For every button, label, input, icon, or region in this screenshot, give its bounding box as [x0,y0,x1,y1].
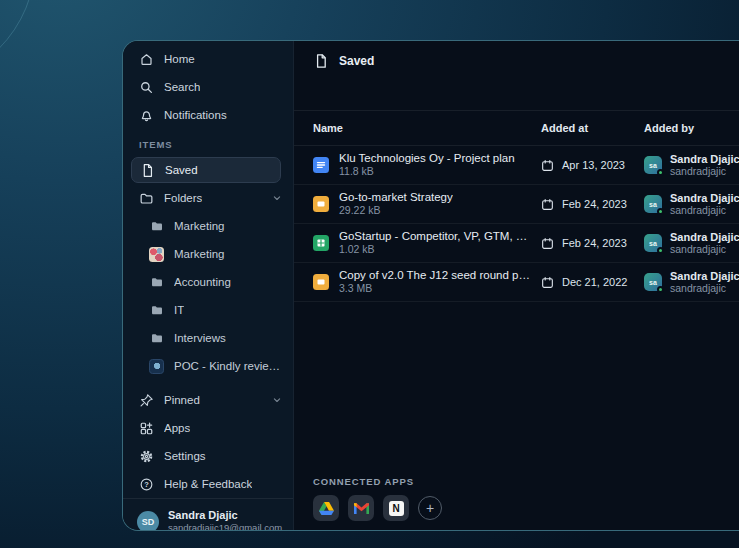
notion-app-button[interactable]: N [383,495,409,521]
added-by-cell: sa Sandra Djajic sandradjajic [644,192,739,217]
avatar: sa [644,273,662,291]
added-by-username: sandradjajic [670,243,739,256]
added-by-info: Sandra Djajic sandradjajic [670,270,739,295]
sidebar-item-folders[interactable]: Folders [123,184,293,212]
table-row[interactable]: Go-to-market Strategy 29.22 kB Feb 24, 2… [294,185,739,224]
added-by-info: Sandra Djajic sandradjajic [670,231,739,256]
file-icon [313,53,329,69]
sidebar-item-accounting[interactable]: Accounting [123,268,293,296]
added-by-cell: sa Sandra Djajic sandradjajic [644,231,739,256]
connected-apps-section: CONNECTED APPS N + [294,476,739,530]
sidebar-item-search[interactable]: Search [123,73,293,101]
sidebar-item-label: Help & Feedback [164,478,252,490]
google-sheets-icon [313,235,329,251]
sidebar-item-label: Settings [164,450,206,462]
document-info: Copy of v2.0 The J12 seed round pitch de… [339,269,531,295]
added-at-cell: Feb 24, 2023 [541,198,644,211]
presence-dot [657,208,664,215]
google-drive-app-button[interactable] [313,495,339,521]
gear-icon [139,449,154,464]
added-by-username: sandradjajic [670,282,739,295]
gmail-app-button[interactable] [348,495,374,521]
document-title: Go-to-market Strategy [339,191,453,204]
document-size: 1.02 kB [339,243,531,256]
apps-icon [139,421,154,436]
document-info: Go-to-market Strategy 29.22 kB [339,191,453,217]
document-title: GoStartup - Competitor, VP, GTM, Milesto… [339,230,531,243]
sidebar-item-pinned[interactable]: Pinned [123,386,293,414]
sidebar-item-label: Home [164,53,195,65]
added-at-date: Apr 13, 2023 [562,159,625,171]
home-icon [139,52,154,67]
column-header-added-by: Added by [644,122,739,134]
document-info: GoStartup - Competitor, VP, GTM, Milesto… [339,230,531,256]
svg-text:?: ? [144,480,149,489]
calendar-icon [541,198,554,211]
folder-icon [149,303,164,318]
app-window: Home Search Notifications ITEMS Saved [122,40,739,531]
user-info: Sandra Djajic sandradjajic19@gmail.com [168,509,282,531]
avatar: SD [137,511,159,532]
document-size: 3.3 MB [339,282,531,295]
added-by-name: Sandra Djajic [670,192,739,205]
sidebar-item-poc[interactable]: POC - Kindly review... [123,352,293,380]
added-by-name: Sandra Djajic [670,231,739,244]
user-account[interactable]: SD Sandra Djajic sandradjajic19@gmail.co… [123,505,293,531]
table-row[interactable]: Copy of v2.0 The J12 seed round pitch de… [294,263,739,302]
sidebar-item-notifications[interactable]: Notifications [123,101,293,129]
folder-icon [149,331,164,346]
table-row[interactable]: Klu Technologies Oy - Project plan 11.8 … [294,146,739,185]
sidebar-item-label: Notifications [164,109,227,121]
user-name: Sandra Djajic [168,509,282,522]
page-thumbnail-icon [149,359,164,374]
chevron-down-icon [271,394,283,406]
sidebar-item-label: Search [164,81,200,93]
table-row[interactable]: GoStartup - Competitor, VP, GTM, Milesto… [294,224,739,263]
search-icon [139,80,154,95]
added-by-cell: sa Sandra Djajic sandradjajic [644,153,739,178]
folder-icon [139,191,154,206]
document-info: Klu Technologies Oy - Project plan 11.8 … [339,152,515,178]
calendar-icon [541,237,554,250]
pin-icon [139,393,154,408]
add-connected-app-button[interactable]: + [418,496,442,520]
added-at-date: Dec 21, 2022 [562,276,627,288]
added-by-username: sandradjajic [670,204,739,217]
sidebar-item-label: Pinned [164,394,200,406]
page-header: Saved [294,41,739,111]
sidebar-item-label: Accounting [174,276,231,288]
help-icon: ? [139,477,154,492]
avatar: sa [644,195,662,213]
added-by-info: Sandra Djajic sandradjajic [670,153,739,178]
file-icon [140,163,155,178]
table-header: Name Added at Added by [294,111,739,146]
added-by-username: sandradjajic [670,165,739,178]
added-by-info: Sandra Djajic sandradjajic [670,192,739,217]
sidebar-item-label: Marketing [174,248,225,260]
sidebar-item-it[interactable]: IT [123,296,293,324]
sidebar-item-saved[interactable]: Saved [131,157,281,183]
presence-dot [657,286,664,293]
sidebar-item-interviews[interactable]: Interviews [123,324,293,352]
sidebar-item-settings[interactable]: Settings [123,442,293,470]
items-section-label: ITEMS [123,129,293,156]
chevron-down-icon [271,192,283,204]
user-email: sandradjajic19@gmail.com [168,522,282,531]
image-emoji-icon [149,247,164,262]
column-header-name: Name [313,122,541,134]
bell-icon [139,108,154,123]
main-content: Saved Name Added at Added by Klu Technol… [294,41,739,530]
sidebar-item-home[interactable]: Home [123,45,293,73]
added-at-date: Feb 24, 2023 [562,198,627,210]
sidebar-item-apps[interactable]: Apps [123,414,293,442]
document-size: 29.22 kB [339,204,453,217]
sidebar-item-help-feedback[interactable]: ? Help & Feedback [123,470,293,498]
calendar-icon [541,159,554,172]
sidebar-item-label: Saved [165,164,198,176]
added-at-cell: Dec 21, 2022 [541,276,644,289]
sidebar-item-marketing-1[interactable]: Marketing [123,212,293,240]
presence-dot [657,247,664,254]
sidebar-item-marketing-2[interactable]: Marketing [123,240,293,268]
added-at-cell: Apr 13, 2023 [541,159,644,172]
google-slides-icon [313,196,329,212]
